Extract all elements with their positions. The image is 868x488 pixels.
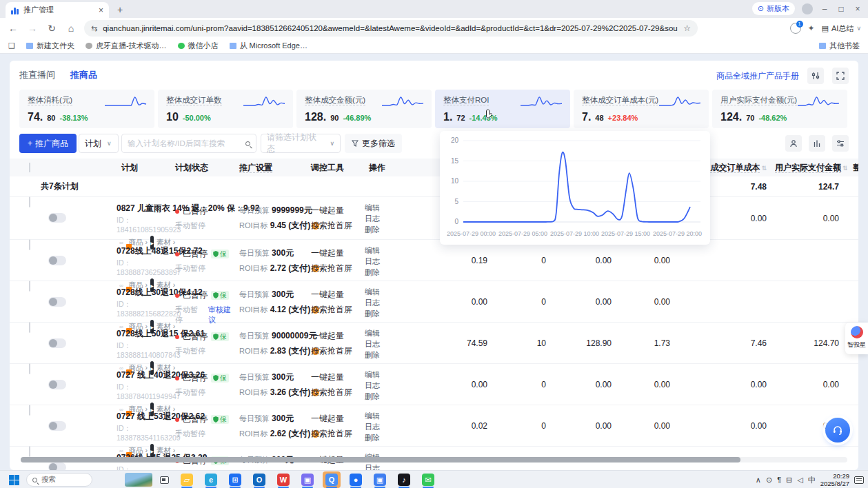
tab-live-room[interactable]: 推直播间 — [19, 69, 55, 81]
back-button[interactable]: ← — [7, 23, 19, 34]
column-header-3[interactable]: 计划状态 — [170, 162, 237, 174]
bookmark-item[interactable]: 微信小店 — [178, 41, 219, 51]
app-blue-taskbar-icon[interactable]: ▣ — [371, 471, 389, 488]
plan-title[interactable]: 0728线上30退10保4.12 — [117, 281, 170, 298]
stat-card-3[interactable]: 整体支付ROI1.72-14.43% — [435, 90, 570, 128]
row-checkbox[interactable] — [29, 196, 30, 207]
op-link-1[interactable]: 日志 — [365, 256, 399, 267]
audience-button[interactable] — [785, 135, 802, 152]
row-checkbox[interactable] — [29, 446, 30, 457]
tool-link-0[interactable]: 一键起量 — [311, 240, 365, 259]
tool-link-0[interactable]: 一键起量 — [311, 405, 365, 425]
row-toggle[interactable] — [48, 256, 66, 265]
tool-link-1[interactable]: 搜索抢首屏 — [311, 383, 365, 398]
stat-card-4[interactable]: 整体成交订单成本(元)7.48+23.84% — [574, 90, 709, 128]
window-close-button[interactable]: × — [853, 4, 862, 14]
reload-button[interactable]: ↻ — [46, 23, 58, 34]
sort-icon[interactable]: ⇅ — [842, 165, 847, 172]
custom-columns-button[interactable] — [832, 135, 849, 152]
douyin-taskbar-icon[interactable]: ♪ — [395, 471, 413, 488]
tool-link-0[interactable]: 一键起量 — [311, 364, 365, 383]
column-header-6[interactable]: 操作 — [365, 162, 399, 174]
row-toggle[interactable] — [48, 462, 66, 470]
app-purple-taskbar-icon[interactable]: ▣ — [299, 471, 316, 488]
row-toggle[interactable] — [48, 338, 66, 348]
microsoft-store-taskbar-icon[interactable]: ⊞ — [226, 471, 244, 488]
plan-title[interactable]: 0727 线上40退20保3.26 — [117, 364, 170, 381]
tab-close-icon[interactable]: × — [99, 6, 103, 15]
op-link-1[interactable]: 日志 — [365, 421, 399, 432]
op-link-1[interactable]: 日志 — [365, 380, 399, 391]
outlook-taskbar-icon[interactable]: O — [250, 471, 268, 488]
plan-title[interactable]: 0727 线上53退20保2.62 — [117, 405, 170, 423]
tool-link-0[interactable]: 一键起量 — [311, 281, 365, 301]
browser-profile-avatar[interactable] — [802, 3, 813, 14]
op-link-2[interactable]: 删除 — [365, 308, 399, 319]
bookmark-item[interactable]: 从 Microsoft Edge… — [230, 41, 307, 51]
plan-type-select[interactable]: 计划∨ — [79, 134, 119, 153]
new-version-badge[interactable]: ⊙新版本 — [752, 2, 795, 15]
op-link-1[interactable]: 日志 — [365, 462, 399, 470]
sort-icon[interactable]: ⇅ — [761, 165, 767, 172]
bookmark-star-icon[interactable]: ☆ — [683, 23, 691, 33]
stat-card-5[interactable]: 用户实际支付金额(元)124.70-48.62% — [712, 90, 847, 128]
extensions-puzzle-icon[interactable]: ✦ — [808, 23, 815, 33]
select-all-checkbox[interactable] — [29, 163, 30, 172]
row-toggle[interactable] — [48, 297, 66, 307]
stat-card-0[interactable]: 整体消耗(元)74.80-38.13% — [19, 90, 154, 128]
row-toggle[interactable] — [48, 213, 66, 223]
row-toggle[interactable] — [48, 380, 66, 389]
row-checkbox[interactable] — [29, 322, 30, 333]
tray-mouse-icon[interactable]: ⊙ — [766, 476, 772, 485]
row-checkbox[interactable] — [29, 239, 30, 250]
row-checkbox[interactable] — [29, 405, 30, 416]
filter-settings-button[interactable] — [807, 68, 824, 84]
op-link-2[interactable]: 删除 — [365, 267, 399, 278]
horizontal-scrollbar[interactable] — [21, 457, 847, 462]
op-link-0[interactable]: 编辑 — [365, 286, 399, 297]
row-checkbox[interactable] — [29, 281, 30, 292]
op-link-1[interactable]: 日志 — [365, 338, 399, 349]
stat-card-1[interactable]: 整体成交订单数10-50.00% — [158, 90, 293, 128]
plan-title[interactable]: 0728线上50退15 保2.61 — [117, 323, 170, 340]
op-link-0[interactable]: 编辑 — [365, 369, 399, 380]
apps-icon[interactable]: ❑ — [8, 41, 15, 50]
tool-link-1[interactable]: 搜索抢首屏 — [311, 216, 365, 232]
stat-card-2[interactable]: 整体成交金额(元)128.90-46.89% — [296, 90, 432, 128]
ai-summary-button[interactable]: ▤AI总结∨ — [822, 23, 861, 34]
search-icon[interactable] — [245, 141, 250, 146]
ime-indicator[interactable]: 中 — [808, 475, 816, 485]
op-link-0[interactable]: 编辑 — [365, 410, 399, 421]
column-header-13[interactable]: 整体 — [847, 162, 858, 174]
scrollbar-thumb[interactable] — [21, 457, 740, 462]
op-link-1[interactable]: 日志 — [365, 213, 399, 224]
notification-icon[interactable] — [854, 476, 864, 484]
window-minimize-button[interactable]: – — [820, 4, 829, 14]
browser-tab[interactable]: 推广管理 × — [6, 2, 109, 18]
plan-title[interactable]: 0827 儿童雨衣 14% 退：20% 保：9.92 — [117, 197, 170, 214]
start-button[interactable] — [6, 471, 22, 488]
taskbar-search[interactable]: 搜索 — [26, 471, 92, 488]
tool-link-0[interactable]: 一键起量 — [311, 197, 365, 216]
tool-link-0[interactable]: 一键起量 — [311, 447, 365, 466]
customer-service-button[interactable] — [825, 418, 850, 443]
op-link-2[interactable]: 删除 — [365, 432, 399, 443]
op-link-2[interactable]: 删除 — [365, 391, 399, 402]
tool-link-1[interactable]: 搜索抢首屏 — [311, 301, 365, 316]
fullscreen-button[interactable] — [832, 68, 849, 84]
tray-mic-icon[interactable]: ¶ — [777, 476, 781, 484]
tray-network-icon[interactable]: ⊟ — [786, 476, 792, 485]
row-checkbox[interactable] — [29, 363, 30, 374]
op-link-1[interactable]: 日志 — [365, 297, 399, 308]
home-button[interactable]: ⌂ — [65, 23, 77, 34]
taskbar-clock[interactable]: 20:292025/8/27 — [820, 472, 849, 487]
new-tab-button[interactable]: + — [117, 5, 123, 14]
tool-link-0[interactable]: 一键起量 — [311, 323, 365, 342]
url-bar[interactable]: ⇆ qianchuan.jinritemai.com/uni-prom?aavi… — [84, 20, 698, 37]
extension-icon[interactable]: 1 — [790, 23, 801, 34]
column-header-5[interactable]: 调控工具 — [306, 162, 365, 174]
tool-link-1[interactable]: 搜索抢首屏 — [311, 259, 365, 274]
more-filters-button[interactable]: 更多筛选 — [345, 134, 402, 153]
browser-active-taskbar-icon[interactable]: Q — [323, 471, 341, 488]
column-header-2[interactable]: 计划 — [79, 162, 170, 174]
